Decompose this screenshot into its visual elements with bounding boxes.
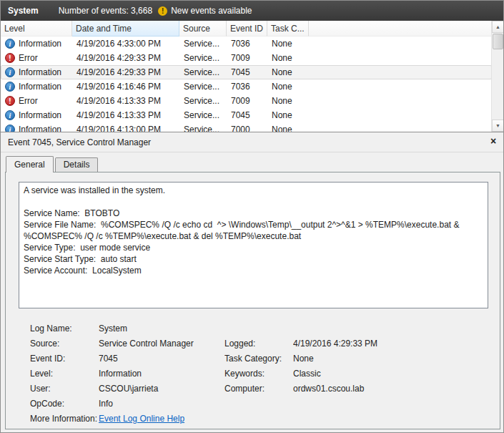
- source-value: Service Control Manager: [99, 336, 224, 351]
- logged-value: 4/19/2016 4:29:33 PM: [293, 336, 480, 351]
- date-cell: 4/19/2016 4:29:33 PM: [73, 67, 180, 77]
- task-cell: None: [268, 96, 310, 106]
- event-id-cell: 7045: [227, 110, 268, 120]
- detail-tabs: General Details: [6, 156, 98, 172]
- level-value: Information: [99, 366, 224, 381]
- level-label: Level:: [30, 366, 99, 381]
- event-log-online-help-link[interactable]: Event Log Online Help: [99, 414, 184, 424]
- event-properties: Log Name: System Source: Service Control…: [30, 321, 480, 427]
- level-icon: [5, 110, 15, 120]
- table-row[interactable]: Information 4/19/2016 4:16:46 PM Service…: [1, 79, 492, 94]
- table-row[interactable]: Information 4/19/2016 4:13:33 PM Service…: [1, 108, 492, 122]
- event-id-cell: 7000: [227, 125, 268, 132]
- log-name-value: System: [99, 321, 224, 336]
- event-id-cell: 7009: [227, 96, 268, 106]
- level-text: Information: [19, 82, 61, 92]
- scroll-down-icon[interactable]: [492, 120, 504, 132]
- close-icon[interactable]: [487, 135, 500, 147]
- spacer: [224, 396, 293, 412]
- column-header-row: Level Date and Time Source Event ID Task…: [1, 21, 492, 37]
- event-id-cell: 7036: [227, 39, 268, 49]
- level-text: Information: [19, 125, 61, 132]
- date-cell: 4/19/2016 4:13:00 PM: [73, 125, 180, 132]
- more-information-label: More Information:: [30, 412, 99, 427]
- keywords-value: Classic: [293, 366, 480, 381]
- column-header-filler: [309, 21, 492, 37]
- source-cell: Service...: [180, 39, 227, 49]
- computer-value: ordws01.cscou.lab: [293, 381, 480, 396]
- log-name-title: System: [8, 6, 39, 16]
- task-cell: None: [268, 125, 310, 132]
- vertical-scrollbar[interactable]: [491, 21, 503, 132]
- level-text: Information: [19, 39, 61, 49]
- source-cell: Service...: [180, 82, 227, 92]
- date-cell: 4/19/2016 4:29:33 PM: [73, 53, 180, 63]
- event-list: Level Date and Time Source Event ID Task…: [1, 21, 492, 132]
- task-cell: None: [268, 110, 310, 120]
- task-category-label: Task Category:: [224, 351, 293, 366]
- event-id-cell: 7009: [227, 53, 268, 63]
- column-header-level[interactable]: Level: [1, 21, 72, 37]
- task-cell: None: [268, 82, 310, 92]
- scrollbar-thumb[interactable]: [493, 34, 503, 49]
- event-count-label: Number of events: 3,668: [59, 6, 152, 16]
- column-header-source[interactable]: Source: [179, 21, 227, 37]
- user-label: User:: [30, 381, 99, 396]
- date-cell: 4/19/2016 4:13:33 PM: [73, 96, 180, 106]
- level-icon: [5, 39, 15, 49]
- column-header-task-category[interactable]: Task C...: [267, 21, 309, 37]
- task-cell: None: [268, 53, 310, 63]
- spacer: [224, 412, 293, 427]
- level-icon: [5, 82, 15, 92]
- table-row-selected[interactable]: Information 4/19/2016 4:29:33 PM Service…: [1, 65, 492, 79]
- level-text: Information: [19, 67, 61, 77]
- task-cell: None: [268, 39, 310, 49]
- opcode-value: Info: [99, 396, 224, 412]
- level-icon: [5, 96, 15, 106]
- source-cell: Service...: [180, 53, 227, 63]
- task-cell: None: [268, 67, 310, 77]
- general-tab-panel: A service was installed in the system. S…: [5, 172, 500, 429]
- spacer: [293, 396, 480, 412]
- date-cell: 4/19/2016 4:13:33 PM: [73, 110, 180, 120]
- event-id-label: Event ID:: [30, 351, 99, 366]
- event-detail-pane: Event 7045, Service Control Manager Gene…: [1, 132, 504, 433]
- log-name-label: Log Name:: [30, 321, 99, 336]
- tab-general[interactable]: General: [6, 156, 54, 172]
- column-header-date[interactable]: Date and Time: [72, 21, 179, 37]
- table-row[interactable]: Error 4/19/2016 4:13:33 PM Service... 70…: [1, 94, 492, 108]
- opcode-label: OpCode:: [30, 396, 99, 412]
- level-icon: [5, 67, 15, 77]
- level-icon: [5, 53, 15, 63]
- level-text: Information: [19, 110, 61, 120]
- user-value: CSCOU\jarrieta: [99, 381, 224, 396]
- computer-label: Computer:: [224, 381, 293, 396]
- event-description-box: A service was installed in the system. S…: [19, 182, 488, 308]
- logged-label: Logged:: [224, 336, 293, 351]
- detail-pane-title: Event 7045, Service Control Manager: [8, 137, 151, 147]
- table-row[interactable]: Information 4/19/2016 4:33:00 PM Service…: [1, 37, 492, 51]
- table-row[interactable]: Error 4/19/2016 4:29:33 PM Service... 70…: [1, 51, 492, 65]
- scroll-up-icon[interactable]: [492, 21, 504, 33]
- detail-separator: [1, 152, 504, 152]
- tab-details[interactable]: Details: [55, 157, 99, 172]
- date-cell: 4/19/2016 4:16:46 PM: [73, 82, 180, 92]
- column-header-event-id[interactable]: Event ID: [227, 21, 267, 37]
- spacer: [293, 321, 480, 336]
- event-id-cell: 7036: [227, 82, 268, 92]
- source-cell: Service...: [180, 96, 227, 106]
- spacer: [224, 321, 293, 336]
- event-viewer-window: System Number of events: 3,668 New event…: [0, 0, 504, 433]
- new-events-alert-icon: [158, 6, 167, 16]
- level-text: Error: [19, 96, 38, 106]
- event-id-value: 7045: [99, 351, 224, 366]
- table-row[interactable]: Information 4/19/2016 4:13:00 PM Service…: [1, 122, 492, 132]
- level-text: Error: [19, 53, 38, 63]
- source-cell: Service...: [180, 125, 227, 132]
- keywords-label: Keywords:: [224, 366, 293, 381]
- task-category-value: None: [293, 351, 480, 366]
- event-id-cell: 7045: [227, 67, 268, 77]
- log-header-bar: System Number of events: 3,668 New event…: [1, 1, 503, 21]
- source-label: Source:: [30, 336, 99, 351]
- spacer: [293, 412, 480, 427]
